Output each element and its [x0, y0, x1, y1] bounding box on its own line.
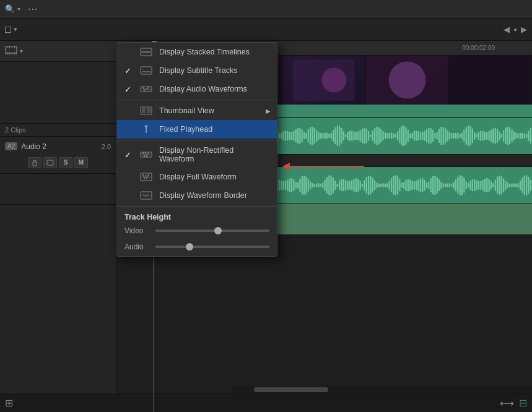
svg-rect-331 [345, 180, 346, 191]
menu-item-stacked-timelines[interactable]: Display Stacked Timelines [117, 43, 277, 61]
svg-rect-201 [491, 130, 492, 142]
svg-rect-301 [282, 181, 284, 190]
svg-rect-387 [461, 176, 463, 195]
a2-lock-button[interactable] [28, 157, 41, 168]
svg-rect-299 [279, 179, 280, 191]
a2-solo-button[interactable]: S [59, 157, 72, 168]
bottom-icon-1[interactable]: ⊞ [5, 397, 13, 409]
nav-controls: ◀ ● ▶ [504, 25, 527, 34]
svg-rect-392 [472, 179, 473, 192]
svg-rect-176 [438, 129, 440, 143]
monitor-icon[interactable]: □ [5, 24, 11, 35]
a2-monitor-button[interactable] [43, 157, 57, 168]
menu-item-full-waveform[interactable]: Display Full Waveform [117, 168, 277, 186]
svg-rect-419 [528, 177, 529, 194]
svg-rect-361 [408, 179, 409, 192]
svg-rect-397 [482, 180, 483, 191]
svg-rect-415 [520, 181, 521, 190]
menu-item-thumbnail-view[interactable]: Thumbnail View [117, 101, 277, 120]
svg-rect-326 [334, 181, 336, 190]
sidebar-toolbar-chevron[interactable]: ▾ [20, 48, 23, 54]
audio-slider-row: Audio [117, 240, 277, 256]
svg-rect-349 [382, 183, 383, 187]
svg-rect-132 [347, 132, 348, 140]
video-slider-thumb[interactable] [214, 227, 222, 234]
svg-rect-351 [386, 183, 388, 187]
svg-rect-313 [308, 179, 309, 191]
svg-rect-128 [339, 126, 340, 146]
svg-rect-334 [351, 180, 352, 190]
svg-rect-144 [372, 131, 373, 141]
scroll-thumb[interactable] [254, 387, 328, 392]
full-waveform-label: Display Full Waveform [159, 173, 269, 181]
audio-slider-thumb[interactable] [186, 243, 193, 251]
svg-rect-391 [469, 181, 471, 191]
svg-rect-311 [303, 176, 305, 195]
svg-rect-139 [362, 129, 363, 143]
svg-rect-179 [445, 128, 446, 143]
svg-rect-159 [403, 126, 404, 146]
svg-rect-385 [457, 177, 458, 194]
svg-rect-400 [489, 179, 490, 191]
fixed-playhead-icon [139, 124, 153, 134]
svg-rect-3 [7, 46, 7, 48]
video-track-header [0, 62, 116, 124]
menu-item-waveform-border[interactable]: Display Waveform Border [117, 186, 277, 205]
svg-rect-173 [432, 130, 434, 142]
timeline-menu-icon[interactable] [5, 46, 17, 57]
video-slider-label: Video [124, 226, 149, 235]
chevron-down-icon[interactable]: ▾ [14, 25, 17, 33]
svg-rect-180 [447, 131, 448, 142]
svg-rect-300 [281, 181, 282, 191]
search-button[interactable]: 🔍 ▾ [5, 4, 20, 14]
svg-rect-347 [378, 184, 380, 187]
svg-rect-100 [281, 133, 282, 138]
svg-rect-212 [513, 132, 515, 140]
svg-rect-342 [368, 176, 369, 195]
svg-rect-141 [366, 129, 367, 143]
video-height-slider[interactable] [155, 230, 269, 232]
menu-item-subtitle-tracks[interactable]: ✓ Display Subtitle Tracks [117, 61, 277, 80]
nav-right-icon[interactable]: ▶ [521, 25, 527, 34]
svg-rect-7 [7, 53, 7, 54]
scroll-bar[interactable] [233, 386, 532, 393]
a2-track-name: Audio 2 [21, 142, 46, 151]
audio-height-slider[interactable] [155, 246, 269, 248]
a2-mute-button[interactable]: M [74, 157, 88, 168]
waveform-border-icon [139, 191, 153, 200]
sidebar-toolbar: ▾ [0, 41, 116, 62]
svg-rect-408 [505, 181, 506, 189]
svg-rect-216 [521, 133, 523, 139]
svg-rect-375 [437, 177, 438, 193]
svg-rect-157 [399, 128, 400, 143]
audio-waveforms-label: Display Audio Waveforms [159, 85, 269, 93]
svg-rect-145 [374, 128, 375, 144]
svg-rect-325 [333, 178, 334, 193]
svg-rect-169 [424, 131, 425, 140]
nav-left-icon[interactable]: ◀ [504, 25, 510, 34]
svg-rect-396 [480, 181, 481, 189]
search-icon: 🔍 [5, 4, 15, 14]
more-options-button[interactable]: ··· [28, 4, 38, 15]
svg-rect-160 [405, 127, 406, 145]
svg-rect-186 [460, 134, 461, 137]
bottom-icon-2[interactable]: ⟷ [500, 397, 514, 409]
svg-rect-382 [451, 184, 452, 186]
svg-rect-345 [374, 181, 375, 191]
menu-item-audio-waveforms[interactable]: ✓ Display Audio Waveforms [117, 80, 277, 98]
fixed-playhead-label: Fixed Playhead [159, 125, 269, 134]
menu-item-non-rectified[interactable]: ✓ Display Non-Rectified Waveform [117, 142, 277, 168]
svg-rect-340 [364, 180, 365, 191]
svg-rect-192 [472, 129, 473, 143]
svg-rect-319 [320, 184, 321, 186]
svg-rect-378 [443, 183, 444, 187]
svg-rect-402 [492, 183, 494, 187]
svg-rect-109 [299, 128, 300, 144]
video-slider-track [155, 230, 269, 232]
svg-rect-337 [357, 179, 359, 192]
svg-rect-125 [333, 130, 334, 141]
svg-rect-196 [480, 131, 481, 140]
bottom-icon-3[interactable]: ⊟ [519, 397, 527, 409]
svg-rect-321 [325, 180, 326, 191]
menu-item-fixed-playhead[interactable]: Fixed Playhead [117, 120, 277, 139]
